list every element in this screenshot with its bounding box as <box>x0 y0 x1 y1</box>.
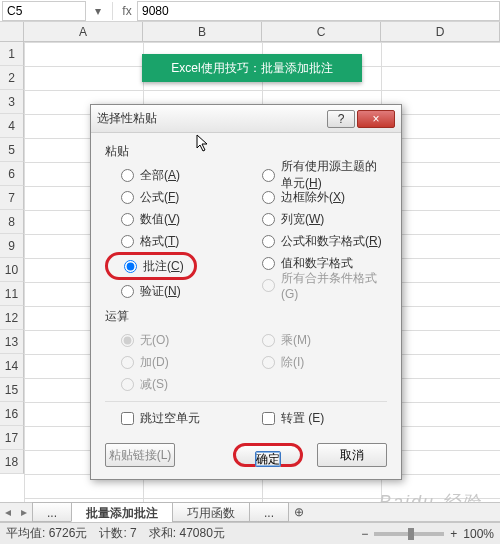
opt-comments-highlight: 批注(C) <box>105 252 197 280</box>
new-sheet-icon[interactable]: ⊕ <box>288 505 310 519</box>
dialog-body: 粘贴 全部(A) 公式(F) 数值(V) 格式(T) 批注(C) 验证(N) 所… <box>91 133 401 479</box>
sheet-tab[interactable]: ... <box>249 502 289 522</box>
opt-none: 无(O) <box>105 329 246 351</box>
tab-nav-prev-icon[interactable]: ◂ <box>0 505 16 519</box>
opt-merge-cond: 所有合并条件格式(G) <box>246 274 387 296</box>
opt-all-theme[interactable]: 所有使用源主题的单元(H) <box>246 164 387 186</box>
close-button[interactable]: × <box>357 110 395 128</box>
paste-group: 粘贴 全部(A) 公式(F) 数值(V) 格式(T) 批注(C) 验证(N) 所… <box>105 143 387 302</box>
opt-all[interactable]: 全部(A) <box>105 164 246 186</box>
status-bar: 平均值: 6726元 计数: 7 求和: 47080元 − + 100% <box>0 522 500 544</box>
paste-link-button: 粘贴链接(L) <box>105 443 175 467</box>
dialog-buttons: 粘贴链接(L) 确定 取消 <box>105 437 387 467</box>
opt-formats[interactable]: 格式(T) <box>105 230 246 252</box>
ok-highlight: 确定 <box>233 443 303 467</box>
opt-values[interactable]: 数值(V) <box>105 208 246 230</box>
help-button[interactable]: ? <box>327 110 355 128</box>
sheet-tab[interactable]: 巧用函数 <box>172 502 250 522</box>
tab-nav-next-icon[interactable]: ▸ <box>16 505 32 519</box>
sheet-tab-bar: ◂ ▸ ... 批量添加批注 巧用函数 ... ⊕ <box>0 502 500 522</box>
checkbox-row: 跳过空单元 转置 (E) <box>105 410 387 427</box>
cancel-button[interactable]: 取消 <box>317 443 387 467</box>
operation-group: 运算 无(O) 加(D) 减(S) 乘(M) 除(I) <box>105 308 387 395</box>
opt-formulas[interactable]: 公式(F) <box>105 186 246 208</box>
opt-div: 除(I) <box>246 351 387 373</box>
dialog-title: 选择性粘贴 <box>97 110 325 127</box>
opt-formula-numfmt[interactable]: 公式和数字格式(R) <box>246 230 387 252</box>
grid-mask: 选择性粘贴 ? × 粘贴 全部(A) 公式(F) 数值(V) 格式(T) 批注(… <box>0 0 490 544</box>
opt-validation[interactable]: 验证(N) <box>105 280 246 302</box>
chk-skip-blanks[interactable]: 跳过空单元 <box>105 410 246 427</box>
zoom-control[interactable]: − + 100% <box>361 527 494 541</box>
status-count: 计数: 7 <box>99 525 136 542</box>
sheet-tab[interactable]: ... <box>32 502 72 522</box>
opt-add: 加(D) <box>105 351 246 373</box>
operation-group-label: 运算 <box>105 308 387 325</box>
divider <box>105 401 387 402</box>
zoom-slider[interactable] <box>374 532 444 536</box>
dialog-titlebar[interactable]: 选择性粘贴 ? × <box>91 105 401 133</box>
opt-column-widths[interactable]: 列宽(W) <box>246 208 387 230</box>
ok-button[interactable]: 确定 <box>255 451 281 467</box>
zoom-out-icon[interactable]: − <box>361 527 368 541</box>
status-avg: 平均值: 6726元 <box>6 525 87 542</box>
opt-mul: 乘(M) <box>246 329 387 351</box>
opt-sub: 减(S) <box>105 373 246 395</box>
zoom-in-icon[interactable]: + <box>450 527 457 541</box>
status-sum: 求和: 47080元 <box>149 525 225 542</box>
paste-special-dialog: 选择性粘贴 ? × 粘贴 全部(A) 公式(F) 数值(V) 格式(T) 批注(… <box>90 104 402 480</box>
chk-transpose[interactable]: 转置 (E) <box>246 410 387 427</box>
zoom-level[interactable]: 100% <box>463 527 494 541</box>
sheet-tab-active[interactable]: 批量添加批注 <box>71 502 173 522</box>
opt-comments[interactable]: 批注(C) <box>108 255 184 277</box>
